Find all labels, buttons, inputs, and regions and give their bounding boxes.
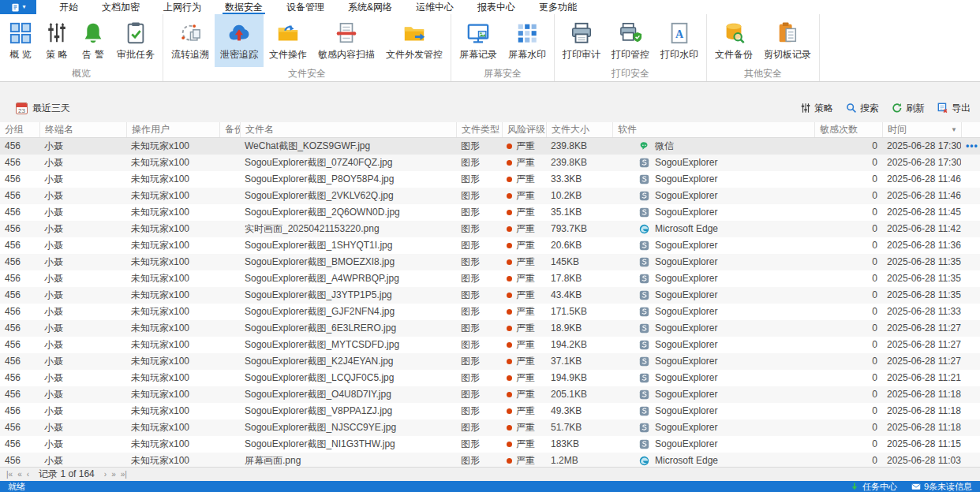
menu-tab-7[interactable]: 报表中心 xyxy=(466,0,527,14)
column-header-user[interactable]: 操作用户 xyxy=(126,122,219,137)
ribbon-button-print-watermark[interactable]: A打印水印 xyxy=(655,14,704,67)
table-row-4[interactable]: 456小聂未知玩家x100SogouExplorer截图_2Q6OWN0D.jp… xyxy=(0,204,980,221)
table-row-6[interactable]: 456小聂未知玩家x100SogouExplorer截图_1SHYQT1I.jp… xyxy=(0,237,980,254)
cell-terminal: 小聂 xyxy=(39,188,126,204)
column-header-time[interactable]: 时间▼ xyxy=(882,122,961,137)
menu-tab-1[interactable]: 文档加密 xyxy=(90,0,151,14)
ribbon-group-label: 屏幕安全 xyxy=(454,67,552,81)
table-row-18[interactable]: 456小聂未知玩家x100SogouExplorer截图_NI1G3THW.jp… xyxy=(0,436,980,453)
ribbon-button-file-backup[interactable]: 文件备份 xyxy=(709,14,758,67)
prev-fast-button[interactable]: « xyxy=(17,468,22,481)
sort-dropdown-icon[interactable]: ▼ xyxy=(951,122,957,137)
table-row-19[interactable]: 456小聂未知玩家x100屏幕画面.png图形严重1.2MBMicrosoft … xyxy=(0,453,980,467)
ribbon-button-print-audit[interactable]: 打印审计 xyxy=(557,14,606,67)
column-header-backup[interactable]: 备份 xyxy=(219,122,240,137)
menu-tab-0[interactable]: 开始 xyxy=(47,0,90,14)
cell-filetype: 图形 xyxy=(456,138,502,155)
policy-small-icon xyxy=(800,102,811,114)
column-header-group[interactable]: 分组 xyxy=(0,122,39,137)
table-row-11[interactable]: 456小聂未知玩家x100SogouExplorer截图_6E3LRERO.jp… xyxy=(0,320,980,337)
ribbon-button-screen-watermark[interactable]: 屏幕水印 xyxy=(503,14,552,67)
table-row-13[interactable]: 456小聂未知玩家x100SogouExplorer截图_K2J4EYAN.jp… xyxy=(0,353,980,370)
menu-tab-3[interactable]: 数据安全 xyxy=(213,0,275,14)
cell-filetype: 图形 xyxy=(456,386,502,403)
column-header-grip[interactable] xyxy=(961,122,980,137)
cell-size: 239.8KB xyxy=(546,138,612,155)
ribbon-button-sensitive-scan[interactable]: 敏感内容扫描 xyxy=(312,14,380,67)
date-range-filter[interactable]: 23 最近三天 xyxy=(16,102,70,115)
ribbon-button-screen-record[interactable]: 屏幕记录 xyxy=(454,14,503,67)
screen-watermark-icon xyxy=(515,21,539,45)
column-header-filename[interactable]: 文件名 xyxy=(240,122,456,137)
status-bar-right: 任务中心 9条未读信息 xyxy=(850,481,972,492)
menu-tab-4[interactable]: 设备管理 xyxy=(275,0,336,14)
cell-size: 194.2KB xyxy=(546,337,612,353)
table-row-8[interactable]: 456小聂未知玩家x100SogouExplorer截图_A4WPRBQP.jp… xyxy=(0,270,980,287)
table-row-0[interactable]: 456小聂未知玩家x100WeChat截图_KOZS9GWF.jpg图形严重23… xyxy=(0,138,980,155)
task-center-button[interactable]: 任务中心 xyxy=(850,481,897,492)
ribbon-button-overview[interactable]: 概 览 xyxy=(2,14,39,67)
column-header-risk[interactable]: 风险评级 xyxy=(502,122,546,137)
ribbon-button-leak-trace[interactable]: 泄密追踪 xyxy=(215,14,264,67)
row-more-button[interactable]: ••• xyxy=(966,140,978,151)
column-header-count[interactable]: 敏感次数 xyxy=(814,122,882,137)
table-row-5[interactable]: 456小聂未知玩家x100实时画面_20250421153220.png图形严重… xyxy=(0,221,980,237)
cell-count: 0 xyxy=(814,403,882,419)
menu-tab-2[interactable]: 上网行为 xyxy=(151,0,213,14)
cell-app: SogouExplorer xyxy=(612,304,814,320)
ribbon-button-print-control[interactable]: 打印管控 xyxy=(606,14,655,67)
cell-terminal: 小聂 xyxy=(39,453,126,467)
risk-level-dot xyxy=(507,144,512,149)
table-row-16[interactable]: 456小聂未知玩家x100SogouExplorer截图_V8PPA1ZJ.jp… xyxy=(0,403,980,419)
app-logo-button[interactable]: ▾ xyxy=(0,0,36,14)
column-header-filetype[interactable]: 文件类型 xyxy=(456,122,502,137)
column-label: 操作用户 xyxy=(132,124,170,135)
table-row-7[interactable]: 456小聂未知玩家x100SogouExplorer截图_BMOEZXI8.jp… xyxy=(0,254,980,270)
table-row-17[interactable]: 456小聂未知玩家x100SogouExplorer截图_NJSCC9YE.jp… xyxy=(0,419,980,436)
ribbon-button-file-outgoing[interactable]: 文件外发管控 xyxy=(380,14,448,67)
cell-filename: SogouExplorer截图_2Q6OWN0D.jpg xyxy=(240,204,456,221)
risk-level-label: 严重 xyxy=(516,372,535,383)
export-action-button[interactable]: 导出 xyxy=(937,102,971,115)
policy-action-button[interactable]: 策略 xyxy=(800,102,833,115)
table-row-2[interactable]: 456小聂未知玩家x100SogouExplorer截图_P8OY58P4.jp… xyxy=(0,171,980,188)
ribbon-button-alarm[interactable]: 告 警 xyxy=(75,14,111,67)
table-row-9[interactable]: 456小聂未知玩家x100SogouExplorer截图_J3YTP1P5.jp… xyxy=(0,287,980,304)
table-row-12[interactable]: 456小聂未知玩家x100SogouExplorer截图_MYTCSDFD.jp… xyxy=(0,337,980,353)
ribbon-button-approval[interactable]: 审批任务 xyxy=(111,14,160,67)
risk-level-dot xyxy=(507,442,512,447)
menu-tab-8[interactable]: 更多功能 xyxy=(527,0,589,14)
last-page-button[interactable]: »| xyxy=(121,468,127,481)
risk-level-label: 严重 xyxy=(516,322,535,334)
prev-page-button[interactable]: ‹ xyxy=(27,468,29,481)
table-row-1[interactable]: 456小聂未知玩家x100SogouExplorer截图_07Z40FQZ.jp… xyxy=(0,155,980,171)
cell-filetype: 图形 xyxy=(456,254,502,270)
unread-messages-button[interactable]: 9条未读信息 xyxy=(911,481,972,492)
cell-group: 456 xyxy=(0,320,39,337)
first-page-button[interactable]: |« xyxy=(6,468,13,481)
column-header-terminal[interactable]: 终端名 xyxy=(39,122,126,137)
ribbon-button-file-operation[interactable]: 文件操作 xyxy=(264,14,312,67)
menu-tab-6[interactable]: 运维中心 xyxy=(404,0,466,14)
leak-trace-icon xyxy=(227,21,251,45)
ribbon-group-4: 文件备份剪切板记录其他安全 xyxy=(707,14,820,81)
search-action-button[interactable]: 搜索 xyxy=(846,102,879,115)
table-row-14[interactable]: 456小聂未知玩家x100SogouExplorer截图_LCQJF0C5.jp… xyxy=(0,370,980,386)
ribbon-button-flow-trace[interactable]: 流转追溯 xyxy=(166,14,215,67)
column-header-app[interactable]: 软件 xyxy=(612,122,814,137)
table-row-3[interactable]: 456小聂未知玩家x100SogouExplorer截图_2VKLV62Q.jp… xyxy=(0,188,980,204)
next-page-button[interactable]: › xyxy=(104,468,107,481)
refresh-action-button[interactable]: 刷新 xyxy=(892,102,925,115)
app-name: SogouExplorer xyxy=(655,337,717,353)
ribbon-button-clipboard-record[interactable]: 剪切板记录 xyxy=(758,14,817,67)
table-row-10[interactable]: 456小聂未知玩家x100SogouExplorer截图_GJF2NFN4.jp… xyxy=(0,304,980,320)
risk-level-dot xyxy=(507,226,512,232)
cell-user: 未知玩家x100 xyxy=(126,287,219,304)
next-fast-button[interactable]: » xyxy=(111,468,116,481)
ribbon-button-policy[interactable]: 策 略 xyxy=(39,14,75,67)
app-name: SogouExplorer xyxy=(655,386,717,403)
cell-count: 0 xyxy=(814,237,882,254)
menu-tab-5[interactable]: 系统&网络 xyxy=(336,0,404,14)
table-row-15[interactable]: 456小聂未知玩家x100SogouExplorer截图_O4U8D7IY.jp… xyxy=(0,386,980,403)
column-header-size[interactable]: 文件大小 xyxy=(546,122,612,137)
